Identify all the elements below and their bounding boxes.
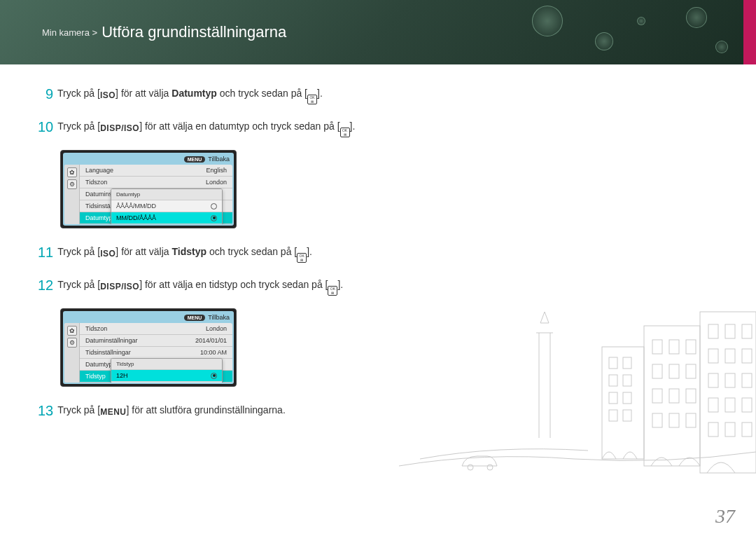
popup-title: Tidstyp (111, 359, 222, 369)
menu-icon: MENU (100, 408, 126, 416)
iso-icon: ISO (100, 249, 115, 258)
back-label: Tillbaka (208, 156, 230, 163)
step-text: Tryck på [ISO] för att välja Datumtyp oc… (57, 84, 395, 104)
lcd-sidebar: ✿ ⚙ (64, 165, 80, 224)
disp-iso-icon: DISP/ISO (100, 124, 139, 132)
lcd-screenshot-datumtyp: MENU Tillbaka ✿ ⚙ LanguageEnglish Tidszo… (60, 150, 237, 228)
list-item: Datuminställningar2014/01/01 (80, 335, 232, 347)
breadcrumb: Min kamera > (42, 27, 97, 38)
popup-option-selected: 12H (111, 369, 222, 381)
step-10: 10 Tryck på [DISP/ISO] för att välja en … (38, 117, 395, 137)
step-text: Tryck på [DISP/ISO] för att välja en tid… (57, 275, 395, 296)
list-item: TidszonLondon (80, 177, 232, 188)
list-item: Tidsinställningar10:00 AM (80, 347, 232, 359)
step-11: 11 Tryck på [ISO] för att välja Tidstyp … (38, 242, 395, 263)
lcd-menu-list: LanguageEnglish TidszonLondon Datuminstä… (80, 165, 232, 224)
step-number: 12 (38, 275, 57, 296)
step-number: 9 (38, 84, 57, 104)
radio-selected-icon (211, 373, 217, 379)
ok-icon: OK⊞ (340, 128, 350, 137)
popup-option: ÅÅÅÅ/MM/DD (111, 200, 222, 212)
ok-icon: OK⊞ (328, 286, 337, 296)
lcd-screenshot-tidstyp: MENU Tillbaka ✿ ⚙ TidszonLondon Datumins… (60, 308, 237, 387)
bokeh-circle (532, 6, 563, 36)
iso-icon: ISO (100, 91, 115, 99)
tidstyp-popup: Tidstyp 12H 24H (111, 358, 223, 383)
radio-icon (211, 203, 217, 209)
step-12: 12 Tryck på [DISP/ISO] för att välja en … (38, 275, 395, 296)
bokeh-circle (637, 17, 645, 25)
step-number: 13 (38, 401, 57, 421)
gear-icon: ✿ (67, 326, 77, 336)
step-number: 10 (38, 117, 57, 137)
bokeh-circle (595, 32, 613, 50)
lcd-sidebar: ✿ ⚙ (64, 323, 80, 383)
ok-icon: OK⊞ (307, 95, 317, 104)
list-item: LanguageEnglish (80, 165, 232, 177)
content-area: 9 Tryck på [ISO] för att välja Datumtyp … (0, 64, 756, 434)
bokeh-circle (686, 7, 707, 28)
step-text: Tryck på [MENU] för att slutföra grundin… (57, 401, 395, 421)
step-9: 9 Tryck på [ISO] för att välja Datumtyp … (38, 84, 395, 104)
instruction-column: 9 Tryck på [ISO] för att välja Datumtyp … (38, 84, 395, 434)
svg-point-38 (468, 465, 473, 470)
lcd-menu-list: TidszonLondon Datuminställningar2014/01/… (80, 323, 232, 383)
svg-point-39 (487, 465, 493, 470)
radio-selected-icon (211, 215, 217, 221)
gear-icon: ⚙ (67, 179, 77, 189)
popup-option: DD/MM/ÅÅÅÅ (111, 224, 222, 224)
datumtyp-popup: Datumtyp ÅÅÅÅ/MM/DD MM/DD/ÅÅÅÅ DD/MM/ÅÅÅ… (111, 188, 223, 224)
list-item: TidszonLondon (80, 323, 232, 335)
header-banner: Min kamera > Utföra grundinställningarna (0, 0, 756, 64)
gear-icon: ✿ (67, 167, 77, 177)
step-number: 11 (38, 242, 57, 263)
popup-option: 24H (111, 381, 222, 383)
gear-icon: ⚙ (67, 338, 77, 348)
popup-option-selected: MM/DD/ÅÅÅÅ (111, 212, 222, 224)
step-text: Tryck på [DISP/ISO] för att välja en dat… (57, 117, 395, 137)
disp-iso-icon: DISP/ISO (100, 282, 139, 291)
menu-pill-icon: MENU (184, 315, 206, 321)
bokeh-circle (715, 41, 728, 53)
section-tab (743, 0, 756, 64)
menu-pill-icon: MENU (184, 156, 206, 163)
step-text: Tryck på [ISO] för att välja Tidstyp och… (57, 242, 395, 263)
popup-title: Datumtyp (111, 189, 222, 200)
back-label: Tillbaka (208, 314, 230, 321)
page-title: Utföra grundinställningarna (102, 23, 286, 41)
step-13: 13 Tryck på [MENU] för att slutföra grun… (38, 401, 395, 421)
page-number: 37 (715, 505, 735, 528)
ok-icon: OK⊞ (297, 253, 307, 263)
